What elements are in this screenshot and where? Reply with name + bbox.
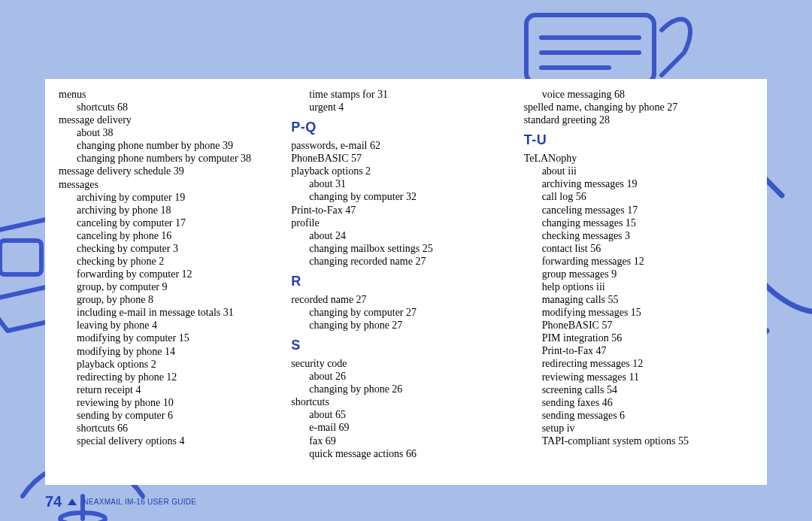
index-entry: PIM integration 56 — [524, 332, 753, 344]
index-entry: about 26 — [291, 370, 520, 383]
index-entry: call log 56 — [524, 190, 753, 203]
index-column-3: voice messaging 68spelled name, changing… — [524, 88, 753, 460]
index-entry: modifying by phone 14 — [59, 345, 288, 358]
index-entry: changing recorded name 27 — [291, 255, 520, 268]
index-entry: passwords, e-mail 62 — [291, 139, 520, 152]
index-entry: checking by phone 2 — [59, 255, 288, 268]
index-entry: reviewing by phone 10 — [59, 396, 288, 409]
index-entry: canceling messages 17 — [524, 204, 753, 217]
index-entry: archiving messages 19 — [524, 177, 753, 190]
section-heading-r: R — [291, 274, 520, 290]
index-entry: changing by phone 26 — [291, 383, 520, 395]
index-entry: contact list 56 — [524, 242, 753, 255]
index-entry: canceling by computer 17 — [59, 217, 288, 229]
index-entry: checking by computer 3 — [59, 242, 288, 255]
index-entry: about 38 — [59, 126, 288, 139]
index-entry: shortcuts 66 — [59, 422, 288, 435]
index-entry: playback options 2 — [59, 358, 288, 371]
index-entry: about 65 — [291, 408, 520, 421]
index-entry: profile — [291, 217, 520, 229]
index-entry: about 31 — [291, 177, 520, 190]
index-entry: screening calls 54 — [524, 383, 753, 396]
index-entry: shortcuts 68 — [59, 101, 288, 114]
index-entry: recorded name 27 — [291, 293, 520, 306]
index-entry: menus — [59, 88, 288, 101]
index-entry: Print-to-Fax 47 — [291, 204, 520, 217]
index-entry: changing phone number by phone 39 — [59, 139, 288, 152]
index-entry: about iii — [524, 165, 753, 177]
index-entry: message delivery schedule 39 — [59, 165, 288, 177]
index-entry: modifying by computer 15 — [59, 332, 288, 344]
index-entry: checking messages 3 — [524, 229, 753, 242]
index-entry: changing by computer 27 — [291, 306, 520, 319]
index-entry: sending by computer 6 — [59, 409, 288, 422]
index-entry: redirecting messages 12 — [524, 357, 753, 370]
index-entry: archiving by phone 18 — [59, 204, 288, 217]
index-entry: standard greeting 28 — [524, 114, 753, 126]
section-heading-tu: T-U — [524, 132, 753, 149]
index-entry: changing messages 15 — [524, 217, 753, 229]
index-columns: menusshortcuts 68message deliveryabout 3… — [59, 88, 753, 460]
index-entry: group, by computer 9 — [59, 280, 288, 293]
index-entry: fax 69 — [291, 435, 520, 447]
index-entry: voice messaging 68 — [524, 88, 753, 101]
index-entry: managing calls 55 — [524, 293, 753, 306]
section-heading-s: S — [291, 338, 520, 354]
index-entry: return receipt 4 — [59, 383, 288, 396]
index-column-2: time stamps for 31urgent 4 P-Q passwords… — [291, 88, 520, 460]
index-page: menusshortcuts 68message deliveryabout 3… — [45, 79, 767, 485]
index-entry: messages — [59, 178, 288, 191]
svg-point-3 — [60, 513, 105, 521]
svg-rect-1 — [526, 15, 654, 83]
page-footer: 74 NEAXMAIL IM-16 USER GUIDE — [0, 493, 812, 510]
index-entry: shortcuts — [291, 395, 520, 408]
index-entry: quick message actions 66 — [291, 447, 520, 460]
index-entry: canceling by phone 16 — [59, 229, 288, 242]
index-entry: reviewing messages 11 — [524, 371, 753, 383]
index-entry: group, by phone 8 — [59, 293, 288, 306]
triangle-icon — [68, 498, 77, 505]
index-entry: special delivery options 4 — [59, 435, 288, 447]
index-entry: e-mail 69 — [291, 421, 520, 434]
index-entry: forwarding messages 12 — [524, 255, 753, 268]
index-entry: sending faxes 46 — [524, 396, 753, 409]
svg-rect-0 — [0, 241, 41, 274]
index-entry: changing mailbox settings 25 — [291, 242, 520, 255]
index-entry: modifying messages 15 — [524, 306, 753, 319]
index-entry: PhoneBASIC 57 — [291, 152, 520, 165]
page-number: 74 — [45, 493, 62, 510]
index-entry: forwarding by computer 12 — [59, 268, 288, 280]
index-entry: PhoneBASIC 57 — [524, 319, 753, 332]
index-entry: changing by computer 32 — [291, 190, 520, 203]
index-entry: changing phone numbers by computer 38 — [59, 152, 288, 165]
index-entry: time stamps for 31 — [291, 88, 520, 101]
guide-title: NEAXMAIL IM-16 USER GUIDE — [83, 498, 196, 506]
index-entry: spelled name, changing by phone 27 — [524, 101, 753, 114]
index-entry: security code — [291, 357, 520, 370]
index-entry: redirecting by phone 12 — [59, 371, 288, 383]
index-entry: about 24 — [291, 229, 520, 242]
index-entry: sending messages 6 — [524, 409, 753, 422]
index-entry: group messages 9 — [524, 268, 753, 280]
section-heading-pq: P-Q — [291, 120, 520, 136]
index-entry: urgent 4 — [291, 101, 520, 114]
index-entry: playback options 2 — [291, 165, 520, 177]
index-column-1: menusshortcuts 68message deliveryabout 3… — [59, 88, 288, 460]
index-entry: TeLANophy — [524, 152, 753, 165]
index-entry: help options iii — [524, 280, 753, 293]
index-entry: leaving by phone 4 — [59, 319, 288, 332]
index-entry: changing by phone 27 — [291, 319, 520, 332]
index-entry: including e-mail in message totals 31 — [59, 306, 288, 319]
index-entry: message delivery — [59, 114, 288, 126]
index-entry: Print-to-Fax 47 — [524, 344, 753, 357]
index-entry: setup iv — [524, 422, 753, 435]
index-entry: archiving by computer 19 — [59, 191, 288, 204]
index-entry: TAPI-compliant system options 55 — [524, 435, 753, 447]
